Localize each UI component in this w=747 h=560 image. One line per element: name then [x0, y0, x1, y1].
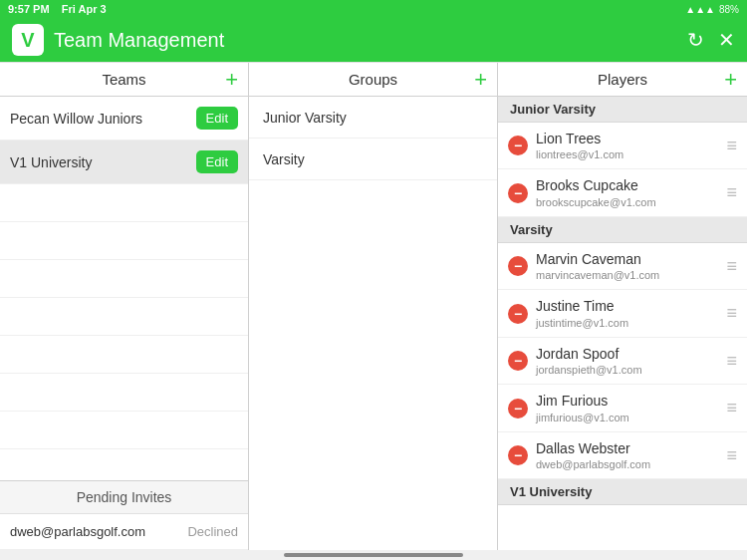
drag-handle-jordan-spoof[interactable]: ≡ [726, 351, 737, 372]
add-player-button[interactable]: + [724, 69, 737, 91]
app-logo: V [12, 24, 44, 56]
scroll-bar [284, 553, 463, 557]
groups-column-header: Groups + [249, 63, 497, 97]
group-name-varsity: Varsity [263, 151, 305, 167]
remove-jim-furious-button[interactable]: − [508, 399, 528, 419]
player-name-dallas-webster: Dallas Webster [536, 439, 726, 457]
edit-team-v1[interactable]: Edit [196, 150, 238, 173]
pending-invites-section: Pending Invites dweb@parlabsgolf.com Dec… [0, 480, 248, 550]
players-column-header: Players + [498, 63, 747, 97]
player-name-justine-time: Justine Time [536, 297, 726, 315]
remove-brooks-cupcake-button[interactable]: − [508, 183, 528, 203]
pending-invite-dweb: dweb@parlabsgolf.com Declined [0, 514, 248, 550]
teams-column-header: Teams + [0, 63, 248, 97]
team-name-v1: V1 University [10, 154, 196, 170]
player-email-brooks-cupcake: brookscupcake@v1.com [536, 195, 726, 209]
drag-handle-justine-time[interactable]: ≡ [726, 303, 737, 324]
status-icons: ▲▲▲ 88% [685, 4, 739, 15]
drag-handle-lion-trees[interactable]: ≡ [726, 136, 737, 156]
player-email-marvin-caveman: marvincaveman@v1.com [536, 268, 726, 282]
team-item-empty-1 [0, 184, 248, 222]
team-item-v1[interactable]: V1 University Edit [0, 140, 248, 184]
player-email-justine-time: justintime@v1.com [536, 316, 726, 330]
players-section-v1-university: V1 University [498, 479, 747, 505]
team-item-empty-2 [0, 222, 248, 260]
team-item-pecan[interactable]: Pecan Willow Juniors Edit [0, 97, 248, 140]
remove-jordan-spoof-button[interactable]: − [508, 351, 528, 371]
player-info-marvin-caveman: Marvin Caveman marvincaveman@v1.com [536, 250, 726, 282]
player-item-brooks-cupcake: − Brooks Cupcake brookscupcake@v1.com ≡ [498, 169, 747, 216]
status-time-date: 9:57 PM Fri Apr 3 [8, 3, 107, 15]
player-email-dallas-webster: dweb@parlabsgolf.com [536, 457, 726, 471]
app-title: Team Management [54, 29, 687, 52]
add-team-button[interactable]: + [225, 69, 238, 91]
drag-handle-brooks-cupcake[interactable]: ≡ [726, 182, 737, 203]
player-item-jordan-spoof: − Jordan Spoof jordanspieth@v1.com ≡ [498, 338, 747, 385]
remove-marvin-caveman-button[interactable]: − [508, 256, 528, 276]
player-info-justine-time: Justine Time justintime@v1.com [536, 297, 726, 329]
player-info-jim-furious: Jim Furious jimfurious@v1.com [536, 392, 726, 423]
player-item-lion-trees: − Lion Trees liontrees@v1.com ≡ [498, 123, 747, 169]
scroll-indicator [0, 550, 747, 560]
battery-icon: 88% [719, 4, 739, 15]
groups-column-title: Groups [261, 71, 485, 88]
team-item-empty-3 [0, 260, 248, 298]
teams-column: Teams + Pecan Willow Juniors Edit V1 Uni… [0, 63, 249, 550]
remove-lion-trees-button[interactable]: − [508, 136, 528, 155]
player-name-jim-furious: Jim Furious [536, 392, 726, 410]
player-info-jordan-spoof: Jordan Spoof jordanspieth@v1.com [536, 345, 726, 377]
drag-handle-dallas-webster[interactable]: ≡ [726, 445, 737, 466]
groups-list: Junior Varsity Varsity [249, 97, 497, 550]
player-name-jordan-spoof: Jordan Spoof [536, 345, 726, 363]
drag-handle-jim-furious[interactable]: ≡ [726, 398, 737, 419]
remove-dallas-webster-button[interactable]: − [508, 445, 528, 465]
player-item-jim-furious: − Jim Furious jimfurious@v1.com ≡ [498, 385, 747, 431]
players-column: Players + Junior Varsity − Lion Trees li… [498, 63, 747, 550]
pending-status-dweb: Declined [187, 524, 238, 539]
player-item-justine-time: − Justine Time justintime@v1.com ≡ [498, 290, 747, 337]
player-info-lion-trees: Lion Trees liontrees@v1.com [536, 130, 726, 161]
team-item-empty-5 [0, 336, 248, 374]
player-name-brooks-cupcake: Brooks Cupcake [536, 176, 726, 194]
app-header: V Team Management ↻ ✕ [0, 18, 747, 62]
refresh-button[interactable]: ↻ [687, 28, 704, 52]
players-column-title: Players [510, 71, 735, 88]
players-list: Junior Varsity − Lion Trees liontrees@v1… [498, 97, 747, 550]
team-item-empty-7 [0, 412, 248, 449]
pending-email-dweb: dweb@parlabsgolf.com [10, 524, 145, 539]
status-date: Fri Apr 3 [62, 3, 107, 15]
player-item-marvin-caveman: − Marvin Caveman marvincaveman@v1.com ≡ [498, 243, 747, 290]
close-button[interactable]: ✕ [718, 28, 735, 52]
players-section-junior-varsity: Junior Varsity [498, 97, 747, 123]
status-bar: 9:57 PM Fri Apr 3 ▲▲▲ 88% [0, 0, 747, 18]
wifi-icon: ▲▲▲ [685, 4, 715, 15]
team-name-pecan: Pecan Willow Juniors [10, 111, 196, 127]
group-item-junior-varsity[interactable]: Junior Varsity [249, 97, 497, 139]
player-item-dallas-webster: − Dallas Webster dweb@parlabsgolf.com ≡ [498, 432, 747, 479]
edit-team-pecan[interactable]: Edit [196, 107, 238, 130]
player-info-dallas-webster: Dallas Webster dweb@parlabsgolf.com [536, 439, 726, 471]
logo-letter: V [21, 30, 34, 50]
add-group-button[interactable]: + [474, 69, 487, 91]
team-item-empty-4 [0, 298, 248, 336]
player-name-lion-trees: Lion Trees [536, 130, 726, 147]
status-time: 9:57 PM [8, 3, 50, 15]
pending-invites-header: Pending Invites [0, 481, 248, 514]
player-info-brooks-cupcake: Brooks Cupcake brookscupcake@v1.com [536, 176, 726, 208]
groups-column: Groups + Junior Varsity Varsity [249, 63, 498, 550]
group-item-varsity[interactable]: Varsity [249, 139, 497, 180]
header-actions: ↻ ✕ [687, 28, 735, 52]
team-item-empty-6 [0, 374, 248, 412]
remove-justine-time-button[interactable]: − [508, 304, 528, 324]
player-name-marvin-caveman: Marvin Caveman [536, 250, 726, 268]
drag-handle-marvin-caveman[interactable]: ≡ [726, 256, 737, 277]
main-content: Teams + Pecan Willow Juniors Edit V1 Uni… [0, 62, 747, 550]
players-section-varsity: Varsity [498, 217, 747, 243]
player-email-lion-trees: liontrees@v1.com [536, 147, 726, 161]
teams-list: Pecan Willow Juniors Edit V1 University … [0, 97, 248, 480]
player-email-jim-furious: jimfurious@v1.com [536, 411, 726, 424]
group-name-junior-varsity: Junior Varsity [263, 110, 347, 126]
teams-column-title: Teams [12, 71, 236, 88]
player-email-jordan-spoof: jordanspieth@v1.com [536, 363, 726, 377]
